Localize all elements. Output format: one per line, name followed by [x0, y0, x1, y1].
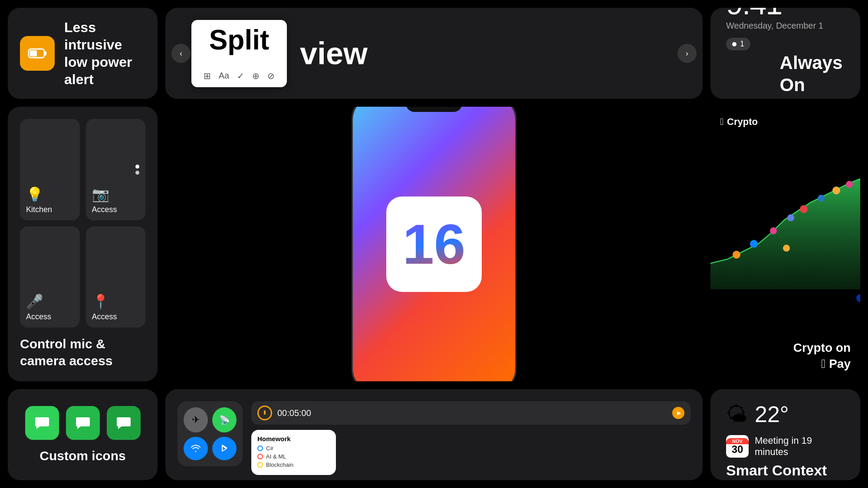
phone-vol-up-button — [352, 167, 353, 193]
low-power-label: Less intrusive low power alert — [64, 19, 145, 88]
svg-point-12 — [783, 245, 790, 252]
dot-1 — [135, 164, 139, 168]
svg-point-3 — [733, 251, 740, 259]
phone-body: 16 — [352, 107, 516, 381]
access-cell-mic: 🎤 Access — [20, 226, 80, 328]
svg-point-10 — [846, 181, 853, 188]
meeting-text: Meeting in 19 minutes — [755, 435, 845, 458]
cc-wifi-button[interactable] — [184, 437, 208, 460]
homework-item-3: Blockchain — [257, 462, 330, 468]
crypto-logo-text: Crypto — [727, 116, 758, 128]
smart-context-label: Smart Context — [726, 462, 827, 478]
message-icon-1 — [25, 406, 59, 440]
mic-camera-title: Control mic &camera access — [20, 335, 113, 369]
interactive-widgets-card: ✈ 📡 00:05:00 — [165, 389, 703, 480]
crypto-footer-line1: Crypto on — [793, 341, 851, 354]
timer-play-button[interactable]: ▶ — [672, 407, 684, 419]
icons-row — [25, 406, 141, 440]
access-cell-location: 📍 Access — [86, 226, 146, 328]
phone-screen: 16 — [353, 107, 515, 381]
weather-icon: 🌤 — [726, 402, 748, 427]
custom-icons-card: Custom icons — [8, 389, 158, 480]
phone-wallpaper: 16 — [353, 107, 515, 381]
svg-rect-2 — [30, 50, 37, 56]
aod-date: Wednesday, December 1 — [726, 21, 823, 31]
hw-label-2: AI & ML — [266, 453, 286, 460]
split-label: Split — [209, 26, 270, 54]
mic-camera-card: 💡 Kitchen 📷 Access 🎤 Access 📍 Access Con… — [8, 107, 158, 381]
hw-label-1: C# — [266, 445, 273, 452]
toolbar-grid-icon: ⊞ — [204, 71, 211, 81]
hw-dot-1 — [257, 445, 263, 451]
crypto-logo:  Crypto — [720, 116, 851, 128]
phone-vol-down-button — [352, 200, 353, 226]
kitchen-icon: 💡 — [26, 186, 43, 203]
cal-day: 30 — [732, 444, 743, 455]
crypto-card:  Crypto — [710, 107, 860, 381]
timer-display: 00:05:00 — [277, 408, 311, 418]
timer-icon — [257, 406, 272, 420]
phone-mockup: 16 — [165, 107, 703, 381]
toolbar-lock-icon: ⊘ — [267, 71, 275, 81]
svg-point-11 — [856, 294, 860, 302]
svg-point-6 — [787, 214, 794, 221]
control-center-box: ✈ 📡 — [178, 401, 243, 466]
hw-dot-3 — [257, 462, 263, 468]
toolbar-check-icon: ✓ — [237, 71, 244, 81]
homework-title: Homework — [257, 435, 330, 442]
ios16-number: 16 — [403, 216, 466, 272]
cc-airplane-button[interactable]: ✈ — [184, 407, 208, 432]
timer-widget: 00:05:00 ▶ — [251, 401, 690, 425]
svg-rect-1 — [44, 51, 46, 56]
svg-point-9 — [832, 187, 840, 194]
aod-time: 9:41 — [726, 8, 782, 19]
split-white-box: Split ⊞ Aa ✓ ⊕ ⊘ — [191, 20, 287, 87]
phone-center-card: 16 — [165, 107, 703, 381]
phone-power-button — [515, 154, 516, 180]
aod-pill-dot — [732, 42, 736, 46]
aod-label: AlwaysOnDisplay — [780, 52, 845, 99]
homework-item-2: AI & ML — [257, 453, 330, 460]
access-cell-kitchen: 💡 Kitchen — [20, 119, 80, 220]
location-access-label: Access — [92, 312, 117, 321]
ios16-badge: 16 — [386, 197, 482, 292]
phone-notch — [406, 107, 462, 112]
split-view-card: Split ⊞ Aa ✓ ⊕ ⊘ view ‹ › — [165, 8, 703, 99]
hw-dot-2 — [257, 454, 263, 459]
cc-podcast-button[interactable]: 📡 — [212, 407, 237, 432]
cc-bluetooth-button[interactable] — [212, 437, 237, 460]
weather-temp: 22° — [755, 401, 789, 427]
smart-context-card: 🌤 22° NOV 30 Meeting in 19 minutes Smart… — [710, 389, 860, 480]
apple-logo-icon:  — [720, 116, 723, 128]
nav-arrow-right[interactable]: › — [677, 44, 697, 63]
access-grid: 💡 Kitchen 📷 Access 🎤 Access 📍 Access — [20, 119, 145, 328]
view-label: view — [300, 36, 368, 71]
crypto-footer-line2: Pay — [829, 357, 851, 370]
access-cell-camera: 📷 Access — [86, 119, 146, 220]
always-on-card: 9:41 Wednesday, December 1 1 AlwaysOnDis… — [710, 8, 860, 99]
mic-icon: 🎤 — [26, 293, 43, 310]
svg-point-5 — [770, 227, 777, 234]
custom-icons-label: Custom icons — [39, 449, 125, 463]
camera-icon: 📷 — [92, 186, 109, 203]
dot-2 — [135, 170, 139, 174]
low-power-icon — [20, 36, 55, 71]
crypto-footer: Crypto on  Pay — [710, 334, 860, 381]
crypto-apple-pay-icon:  — [821, 357, 825, 370]
nav-arrow-left[interactable]: ‹ — [171, 44, 191, 63]
meeting-row: NOV 30 Meeting in 19 minutes — [726, 435, 845, 458]
access-dot-indicator — [135, 164, 139, 174]
split-toolbar: ⊞ Aa ✓ ⊕ ⊘ — [204, 71, 275, 81]
message-icon-3 — [107, 406, 141, 440]
calendar-badge: NOV 30 — [726, 435, 749, 458]
mic-access-label: Access — [26, 312, 51, 321]
kitchen-label: Kitchen — [26, 205, 52, 214]
homework-widget: Homework C# AI & ML Blockchain — [251, 430, 336, 475]
crypto-chart-area — [710, 132, 860, 334]
aod-pill: 1 — [726, 38, 750, 50]
crypto-header:  Crypto — [710, 107, 860, 132]
aod-pill-number: 1 — [740, 39, 744, 49]
toolbar-font-icon: Aa — [219, 71, 229, 81]
message-icon-2 — [66, 406, 100, 440]
svg-point-4 — [750, 240, 758, 248]
